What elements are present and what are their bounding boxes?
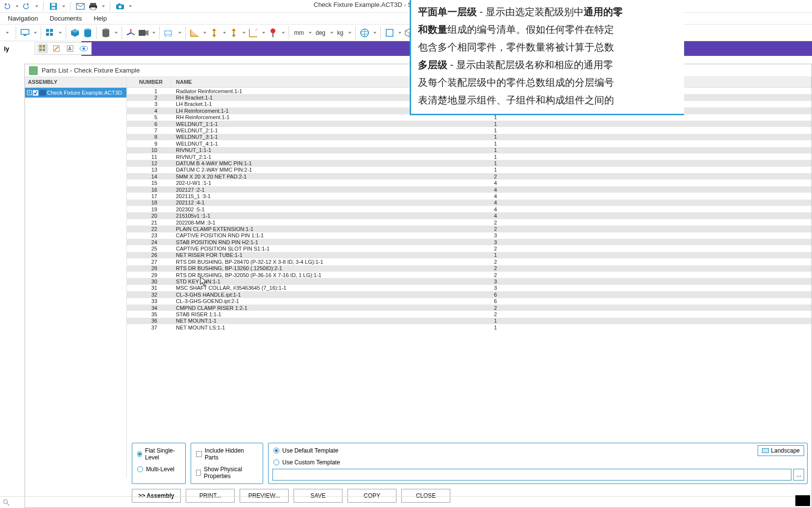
cell-name: 202127 :2-1 bbox=[171, 187, 473, 193]
view-eye-icon[interactable] bbox=[78, 44, 89, 53]
svg-rect-38 bbox=[386, 29, 393, 36]
cell-name: RH Reinforcement.1-1 bbox=[171, 114, 473, 120]
table-row[interactable]: 21202208-MM :3-12 bbox=[127, 219, 812, 226]
assembly-icon bbox=[39, 90, 46, 96]
cell-number: 4 bbox=[127, 108, 171, 114]
table-row[interactable]: 37NET MOUNT LS:1-11 bbox=[127, 324, 812, 330]
projector-icon[interactable] bbox=[164, 27, 174, 39]
cell-number: 37 bbox=[127, 325, 171, 330]
radio-flat[interactable]: Flat Single-Level bbox=[137, 447, 180, 461]
table-row[interactable]: 9WELDNUT_4:1-11 bbox=[127, 140, 812, 147]
table-row[interactable]: 31MSC SHAFT COLLAR, #35463645 (7_16):1-1… bbox=[127, 285, 812, 291]
table-row[interactable]: 25CAPTIVE POSITION SLOT PIN S1:1-12 bbox=[127, 245, 812, 252]
redo-icon[interactable] bbox=[22, 1, 31, 11]
left-tab-label[interactable]: ly bbox=[0, 44, 13, 53]
expand-icon[interactable]: + bbox=[27, 90, 32, 95]
table-row[interactable]: 24STAB POSITION RND PIN H2:1-13 bbox=[127, 239, 812, 245]
radio-multi[interactable]: Multi-Level bbox=[137, 466, 180, 473]
table-row[interactable]: 8WELDNUT_3:1-11 bbox=[127, 134, 812, 140]
table-row[interactable]: 34CMPND CLAMP RISER 1:2-12 bbox=[127, 305, 812, 311]
cell-qty: 1 bbox=[473, 154, 812, 160]
table-row[interactable]: 6WELDNUT_1:1-11 bbox=[127, 121, 812, 127]
table-row[interactable]: 20215105v1 :1-14 bbox=[127, 212, 812, 219]
table-row[interactable]: 15202-U-W1 :1-14 bbox=[127, 179, 812, 186]
options-area: Flat Single-Level Multi-Level Include Hi… bbox=[132, 443, 808, 484]
unit-deg[interactable]: deg bbox=[315, 29, 326, 36]
view-grid-icon[interactable] bbox=[37, 44, 48, 53]
table-row[interactable]: 32CL-3-GHS HANDLE.ipt:1-16 bbox=[127, 291, 812, 298]
table-row[interactable]: 23CAPTIVE POSITION RND PIN 1:1-13 bbox=[127, 232, 812, 239]
view-text-icon[interactable]: A bbox=[65, 44, 75, 53]
arrows-v-icon[interactable] bbox=[209, 27, 219, 39]
cylinder-icon[interactable] bbox=[83, 27, 93, 39]
table-row[interactable]: 30STD KEY 1NN:1-13 bbox=[127, 278, 812, 284]
tree-header: ASSEMBLY bbox=[25, 77, 126, 88]
cell-name: RIVNUT_1:1-1 bbox=[171, 147, 473, 153]
cell-qty: 2 bbox=[473, 220, 812, 226]
table-row[interactable]: 18202112 :4-14 bbox=[127, 200, 812, 206]
tree-checkbox[interactable] bbox=[33, 90, 38, 96]
table-row[interactable]: 17202115_1 :3-14 bbox=[127, 193, 812, 199]
landscape-icon bbox=[762, 448, 769, 453]
table-row[interactable]: 33CL-3-GHS-GOEND.ipt:2-16 bbox=[127, 298, 812, 305]
svg-rect-11 bbox=[24, 35, 26, 36]
assembly-tree: ASSEMBLY + Check Fixture Example.ACT3D bbox=[25, 77, 127, 478]
axes-icon[interactable] bbox=[126, 27, 136, 39]
arrows-h-icon[interactable] bbox=[229, 27, 239, 39]
menu-help[interactable]: Help bbox=[89, 14, 112, 23]
sheet-icon[interactable] bbox=[385, 27, 394, 39]
print-icon[interactable] bbox=[88, 1, 98, 11]
check-hidden[interactable]: Include Hidden Parts bbox=[196, 447, 258, 461]
template-path-input[interactable] bbox=[272, 469, 791, 481]
radio-custom-template[interactable]: Use Custom Template bbox=[273, 459, 802, 466]
globe-icon[interactable] bbox=[360, 27, 369, 39]
angle-icon[interactable] bbox=[190, 27, 199, 39]
menu-navigation[interactable]: Navigation bbox=[3, 14, 43, 23]
tool-dropdown-icon[interactable] bbox=[2, 27, 12, 39]
corner-widget bbox=[795, 495, 810, 506]
svg-line-49 bbox=[7, 503, 9, 506]
table-row[interactable]: 19202302 :5-14 bbox=[127, 206, 812, 212]
camera2-icon[interactable] bbox=[139, 27, 148, 39]
table-row[interactable]: 7WELDNUT_2:1-11 bbox=[127, 127, 812, 133]
cell-name: NET RISER FOR TUBE:1-1 bbox=[171, 252, 473, 258]
table-row[interactable]: 10RIVNUT_1:1-11 bbox=[127, 147, 812, 153]
browse-button[interactable]: ... bbox=[793, 469, 804, 481]
monitor-icon[interactable] bbox=[20, 27, 30, 39]
camera-icon[interactable] bbox=[115, 1, 125, 11]
unit-mm[interactable]: mm bbox=[293, 29, 305, 36]
table-row[interactable]: 22PLAIN CLAMP EXTENSION:1-12 bbox=[127, 226, 812, 232]
pin-icon[interactable] bbox=[268, 27, 278, 39]
table-row[interactable]: 12DATUM B 4-WAY MMC PIN:1-11 bbox=[127, 160, 812, 166]
table-row[interactable]: 145MM X 20 X 20 NET PAD:2-12 bbox=[127, 173, 812, 179]
table-row[interactable]: 28RTS DR BUSHING, BP-13260 (.1250ID):2-1… bbox=[127, 265, 812, 272]
view-edit-icon[interactable] bbox=[51, 44, 62, 53]
table-row[interactable]: 27RTS DR BUSHING, BP-28470 (P-32-12 X 3-… bbox=[127, 258, 812, 265]
tree-node-root[interactable]: + Check Fixture Example.ACT3D bbox=[25, 88, 126, 98]
radio-default-template[interactable]: Use Default Template bbox=[273, 447, 802, 454]
col-number[interactable]: NUMBER bbox=[127, 77, 171, 87]
cell-name: CL-3-GHS HANDLE.ipt:1-1 bbox=[171, 292, 473, 298]
undo-icon[interactable] bbox=[2, 1, 12, 11]
menu-documents[interactable]: Documents bbox=[45, 14, 87, 23]
unit-kg[interactable]: kg bbox=[336, 29, 344, 36]
save-icon[interactable] bbox=[49, 1, 58, 11]
cell-name: 215105v1 :1-1 bbox=[171, 213, 473, 219]
table-row[interactable]: 35STAB RISER 1:1-12 bbox=[127, 311, 812, 317]
landscape-button[interactable]: Landscape bbox=[758, 445, 804, 456]
check-physical[interactable]: Show Physical Properties bbox=[196, 466, 258, 480]
cube-icon[interactable] bbox=[70, 27, 80, 39]
table-row[interactable]: 36NET MOUNT:1-11 bbox=[127, 318, 812, 324]
table-row[interactable]: 29RTS DR BUSHING, BP-32050 (P-36-16 X 7-… bbox=[127, 272, 812, 278]
table-row[interactable]: 26NET RISER FOR TUBE:1-11 bbox=[127, 252, 812, 258]
cell-number: 19 bbox=[127, 206, 171, 212]
table-row[interactable]: 13DATUM C 2-WAY MMC PIN:2-11 bbox=[127, 167, 812, 173]
gear-db-icon[interactable] bbox=[101, 27, 111, 39]
table-row[interactable]: 16202127 :2-14 bbox=[127, 186, 812, 193]
search-icon[interactable] bbox=[3, 499, 10, 506]
axis-tool-icon[interactable] bbox=[248, 27, 258, 39]
table-row[interactable]: 11RIVNUT_2:1-11 bbox=[127, 153, 812, 160]
grid-icon[interactable] bbox=[45, 27, 55, 39]
mail-icon[interactable] bbox=[75, 1, 85, 11]
template-panel: Use Default Template Use Custom Template… bbox=[268, 443, 808, 484]
